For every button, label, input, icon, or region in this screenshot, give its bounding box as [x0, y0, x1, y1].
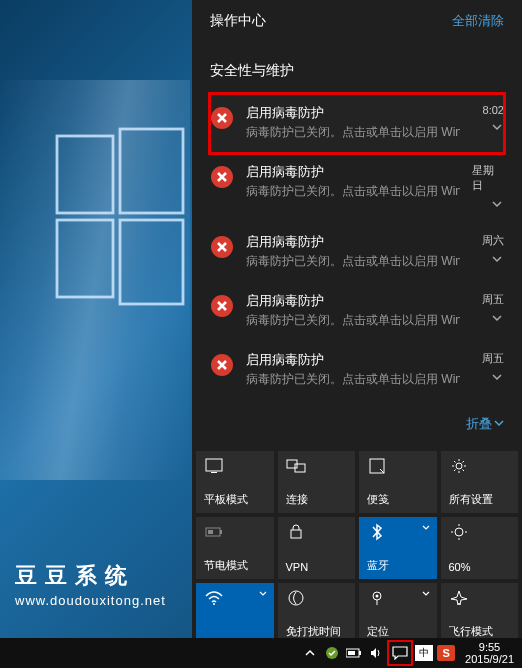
security-section: 安全性与维护 启用病毒防护病毒防护已关闭。点击或单击以启用 Win8:02启用病… [192, 42, 522, 400]
notification-title: 启用病毒防护 [246, 233, 460, 251]
notification-title: 启用病毒防护 [246, 163, 460, 181]
clear-all-button[interactable]: 全部清除 [452, 12, 504, 30]
action-center-title: 操作中心 [210, 12, 266, 30]
vpn-icon [286, 523, 306, 541]
quick-action-settings[interactable]: 所有设置 [441, 451, 519, 513]
tray-sogou-icon[interactable]: S [437, 645, 455, 661]
chevron-down-icon[interactable] [490, 252, 504, 266]
quick-action-connect[interactable]: 连接 [278, 451, 356, 513]
action-center-panel: 操作中心 全部清除 安全性与维护 启用病毒防护病毒防护已关闭。点击或单击以启用 … [192, 0, 522, 638]
wallpaper-windows-logo [50, 120, 190, 320]
svg-rect-24 [220, 530, 222, 534]
collapse-row: 折叠 [192, 400, 522, 451]
notification-meta: 8:02 [472, 104, 504, 134]
location-icon [367, 589, 387, 607]
chevron-down-icon [421, 523, 431, 533]
tray-action-center-icon[interactable] [389, 642, 411, 664]
svg-rect-38 [359, 651, 361, 655]
notification-desc: 病毒防护已关闭。点击或单击以启用 Win [246, 312, 460, 329]
notification-title: 启用病毒防护 [246, 351, 460, 369]
quick-actions-grid: 平板模式连接便笺所有设置节电模式VPN蓝牙60%免打扰时间定位飞行模式 [192, 451, 522, 649]
note-icon [367, 457, 387, 475]
svg-point-27 [455, 528, 463, 536]
notification-item[interactable]: 启用病毒防护病毒防护已关闭。点击或单击以启用 Win星期日 [210, 153, 504, 223]
quick-action-location[interactable]: 定位 [359, 583, 437, 645]
notification-time: 周五 [482, 351, 504, 366]
notification-body: 启用病毒防护病毒防护已关闭。点击或单击以启用 Win [246, 104, 460, 141]
notification-desc: 病毒防护已关闭。点击或单击以启用 Win [246, 253, 460, 270]
section-title: 安全性与维护 [210, 42, 504, 94]
quick-action-label: 便笺 [367, 492, 429, 507]
svg-point-14 [456, 463, 462, 469]
quick-action-label: 所有设置 [449, 492, 511, 507]
quick-action-airplane[interactable]: 飞行模式 [441, 583, 519, 645]
notification-item[interactable]: 启用病毒防护病毒防护已关闭。点击或单击以启用 Win周六 [210, 223, 504, 282]
quick-action-label: 免打扰时间 [286, 624, 348, 639]
notification-time: 周五 [482, 292, 504, 307]
notification-item[interactable]: 启用病毒防护病毒防护已关闭。点击或单击以启用 Win周五 [210, 341, 504, 400]
notification-desc: 病毒防护已关闭。点击或单击以启用 Win [246, 124, 460, 141]
notification-desc: 病毒防护已关闭。点击或单击以启用 Win [246, 371, 460, 388]
taskbar[interactable]: 中 S 9:55 2015/9/21 [0, 638, 522, 668]
quick-action-label: 60% [449, 561, 511, 573]
notification-time: 周六 [482, 233, 504, 248]
notification-meta: 周六 [472, 233, 504, 266]
error-icon [210, 235, 234, 259]
quick-action-bluetooth[interactable]: 蓝牙 [359, 517, 437, 579]
chevron-down-icon[interactable] [490, 311, 504, 325]
battery-icon [204, 523, 224, 541]
tray-clock[interactable]: 9:55 2015/9/21 [459, 641, 520, 665]
svg-point-33 [289, 591, 303, 605]
svg-rect-1 [120, 129, 183, 213]
quick-action-note[interactable]: 便笺 [359, 451, 437, 513]
notification-time: 星期日 [472, 163, 504, 193]
notification-list: 启用病毒防护病毒防护已关闭。点击或单击以启用 Win8:02启用病毒防护病毒防护… [210, 94, 504, 400]
svg-point-35 [376, 595, 379, 598]
airplane-icon [449, 589, 469, 607]
tray-chevron-up-icon[interactable] [301, 644, 319, 662]
svg-rect-39 [348, 651, 355, 655]
tray-volume-icon[interactable] [367, 644, 385, 662]
tray-ime-indicator[interactable]: 中 [415, 645, 433, 661]
quick-action-brightness[interactable]: 60% [441, 517, 519, 579]
system-tray: 中 S 9:55 2015/9/21 [301, 641, 522, 665]
chevron-down-icon[interactable] [490, 120, 504, 134]
collapse-button[interactable]: 折叠 [466, 416, 504, 431]
quick-action-tablet[interactable]: 平板模式 [196, 451, 274, 513]
clock-date: 2015/9/21 [465, 653, 514, 665]
svg-line-21 [462, 461, 464, 463]
notification-title: 启用病毒防护 [246, 292, 460, 310]
tray-security-icon[interactable] [323, 644, 341, 662]
notification-item[interactable]: 启用病毒防护病毒防护已关闭。点击或单击以启用 Win8:02 [210, 94, 504, 153]
error-icon [210, 106, 234, 130]
notification-body: 启用病毒防护病毒防护已关闭。点击或单击以启用 Win [246, 351, 460, 388]
brightness-icon [449, 523, 469, 541]
svg-rect-9 [206, 459, 222, 471]
tablet-icon [204, 457, 224, 475]
svg-rect-3 [120, 220, 183, 304]
notification-desc: 病毒防护已关闭。点击或单击以启用 Win [246, 183, 460, 200]
quick-action-label: 节电模式 [204, 558, 266, 573]
chevron-down-icon [421, 589, 431, 599]
svg-line-19 [454, 461, 456, 463]
chevron-down-icon [494, 418, 504, 428]
quick-action-label: 定位 [367, 624, 429, 639]
notification-time: 8:02 [483, 104, 504, 116]
quick-action-quiet[interactable]: 免打扰时间 [278, 583, 356, 645]
error-icon [210, 165, 234, 189]
svg-rect-2 [57, 220, 113, 297]
notification-meta: 星期日 [472, 163, 504, 211]
quick-action-battery[interactable]: 节电模式 [196, 517, 274, 579]
quick-action-wifi[interactable] [196, 583, 274, 645]
chevron-down-icon[interactable] [490, 370, 504, 384]
svg-line-20 [462, 470, 464, 472]
svg-rect-0 [57, 136, 113, 213]
svg-point-32 [213, 603, 215, 605]
bluetooth-icon [367, 523, 387, 541]
svg-rect-25 [208, 530, 213, 534]
chevron-down-icon[interactable] [490, 197, 504, 211]
notification-item[interactable]: 启用病毒防护病毒防护已关闭。点击或单击以启用 Win周五 [210, 282, 504, 341]
tray-battery-icon[interactable] [345, 644, 363, 662]
wifi-icon [204, 589, 224, 607]
quick-action-vpn[interactable]: VPN [278, 517, 356, 579]
